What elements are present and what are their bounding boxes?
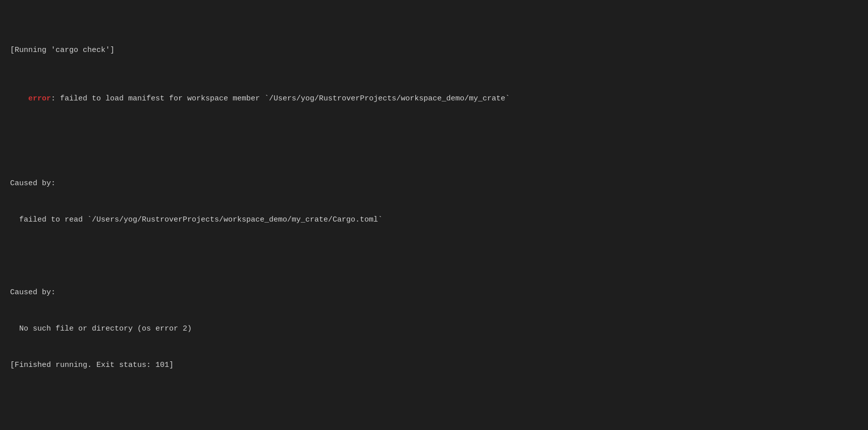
- line-empty-2: [10, 250, 858, 262]
- line-caused-1: Caused by:: [10, 178, 858, 190]
- line-running-1: [Running 'cargo check']: [10, 44, 858, 57]
- line-caused-2: Caused by:: [10, 287, 858, 299]
- line-failed-read-1: failed to read `/Users/yog/RustroverProj…: [10, 214, 858, 226]
- error-suffix-1: : failed to load manifest for workspace …: [51, 94, 510, 103]
- terminal-container: [Running 'cargo check'] error: failed to…: [10, 8, 858, 430]
- line-finished-1: [Finished running. Exit status: 101]: [10, 359, 858, 371]
- line-empty-1: [10, 141, 858, 153]
- line-error-1: error: failed to load manifest for works…: [10, 81, 858, 117]
- line-no-such-1: No such file or directory (os error 2): [10, 323, 858, 335]
- line-empty-3: [10, 396, 858, 408]
- error-keyword-1: error: [28, 94, 51, 103]
